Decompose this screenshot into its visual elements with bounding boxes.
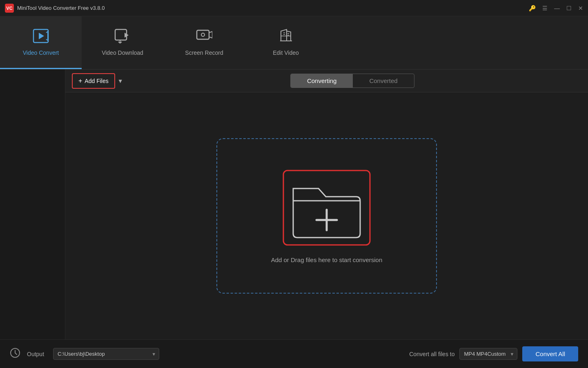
title-bar: VC MiniTool Video Converter Free v3.8.0 … [0, 0, 588, 16]
tab-edit-video-label: Edit Video [273, 49, 299, 56]
key-icon[interactable]: 🔑 [529, 5, 536, 11]
content-area: + Add Files ▼ Converting Converted [65, 70, 588, 339]
tab-screen-record[interactable]: Screen Record [163, 16, 245, 69]
status-bar-right: Convert all files to MP4 MP4Custom ▼ Con… [409, 346, 578, 361]
video-download-icon [114, 29, 131, 45]
svg-rect-7 [283, 171, 370, 245]
app-logo: VC [5, 4, 14, 13]
app-title: MiniTool Video Converter Free v3.8.0 [17, 5, 529, 11]
drop-zone-text: Add or Drag files here to start conversi… [271, 256, 383, 263]
tab-video-download[interactable]: Video Download [82, 16, 163, 69]
restore-button[interactable]: ☐ [566, 5, 572, 11]
clock-icon [10, 348, 20, 361]
output-path-select[interactable]: C:\Users\bj\Desktop [53, 348, 159, 360]
video-convert-icon [33, 29, 49, 45]
tab-video-convert-label: Video Convert [23, 49, 59, 56]
minimize-button[interactable]: — [554, 5, 560, 11]
svg-point-6 [201, 33, 205, 36]
edit-video-icon [278, 29, 294, 45]
add-files-dropdown[interactable]: ▼ [118, 78, 123, 84]
menu-icon[interactable]: ☰ [542, 5, 548, 11]
add-files-plus-icon: + [78, 77, 82, 85]
convert-all-label: Convert all files to [409, 351, 454, 357]
output-label: Output [27, 351, 44, 357]
convert-all-button[interactable]: Convert All [522, 346, 578, 361]
drop-zone-wrapper: Add or Drag files here to start conversi… [65, 92, 588, 339]
output-path-wrapper: C:\Users\bj\Desktop ▼ [53, 348, 159, 360]
add-files-button[interactable]: + Add Files [72, 73, 115, 89]
tab-video-download-label: Video Download [102, 49, 143, 56]
status-bar: Output C:\Users\bj\Desktop ▼ Convert all… [0, 339, 588, 368]
main-layout: + Add Files ▼ Converting Converted [0, 70, 588, 339]
add-files-label: Add Files [85, 78, 108, 84]
sidebar [0, 70, 65, 339]
tab-edit-video[interactable]: Edit Video [245, 16, 327, 69]
converted-tab[interactable]: Converted [353, 74, 414, 88]
tab-video-convert[interactable]: Video Convert [0, 16, 82, 69]
tab-screen-record-label: Screen Record [185, 49, 223, 56]
toolbar: + Add Files ▼ Converting Converted [65, 70, 588, 92]
format-select-wrapper: MP4 MP4Custom ▼ [459, 348, 517, 360]
window-controls: 🔑 ☰ — ☐ ✕ [529, 5, 583, 11]
svg-rect-4 [197, 30, 209, 39]
drop-zone[interactable]: Add or Drag files here to start conversi… [216, 138, 437, 294]
svg-marker-1 [39, 33, 44, 39]
screen-record-icon [196, 29, 212, 45]
folder-icon [282, 169, 372, 247]
close-button[interactable]: ✕ [578, 5, 583, 11]
format-select[interactable]: MP4 MP4Custom [459, 348, 517, 360]
converting-tab[interactable]: Converting [291, 74, 353, 88]
tab-switcher: Converting Converted [290, 74, 414, 88]
nav-tabs: Video Convert Video Download Screen Reco… [0, 16, 588, 70]
